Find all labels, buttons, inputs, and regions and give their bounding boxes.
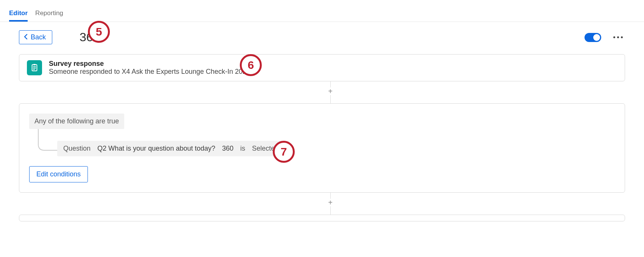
tab-reporting[interactable]: Reporting (35, 4, 63, 22)
more-options-button[interactable] (611, 34, 625, 40)
chevron-left-icon (24, 34, 28, 41)
trigger-card[interactable]: Survey response Someone responded to X4 … (19, 54, 625, 81)
edit-conditions-button[interactable]: Edit conditions (29, 166, 88, 182)
connector: + (36, 81, 625, 103)
branch-connector-icon (34, 129, 57, 156)
connector-2: + (36, 193, 625, 215)
condition-state: Selected (252, 145, 278, 153)
condition-choice: 360 (222, 145, 233, 153)
condition-type: Question (63, 145, 91, 153)
trigger-title: Survey response (49, 60, 250, 68)
page-title: 360 (80, 30, 100, 44)
survey-icon (27, 60, 42, 75)
condition-operator: is (240, 145, 245, 153)
next-card-peek (19, 215, 625, 221)
page-header: Back 360 (19, 30, 625, 44)
enable-toggle[interactable] (585, 33, 601, 42)
tab-bar: Editor Reporting (0, 0, 644, 22)
add-step-button-2[interactable]: + (327, 199, 334, 206)
back-button[interactable]: Back (19, 30, 52, 44)
svg-rect-1 (33, 64, 36, 65)
dots-icon (613, 36, 615, 38)
back-label: Back (31, 33, 46, 41)
tab-editor[interactable]: Editor (9, 4, 28, 22)
condition-row[interactable]: Question Q2 What is your question about … (57, 141, 284, 156)
add-step-button[interactable]: + (327, 87, 334, 95)
trigger-subtitle: Someone responded to X4 Ask the Experts … (49, 68, 250, 76)
condition-group-label: Any of the following are true (29, 114, 124, 129)
conditions-card: Any of the following are true Question Q… (19, 103, 625, 193)
condition-question: Q2 What is your question about today? (97, 145, 215, 153)
